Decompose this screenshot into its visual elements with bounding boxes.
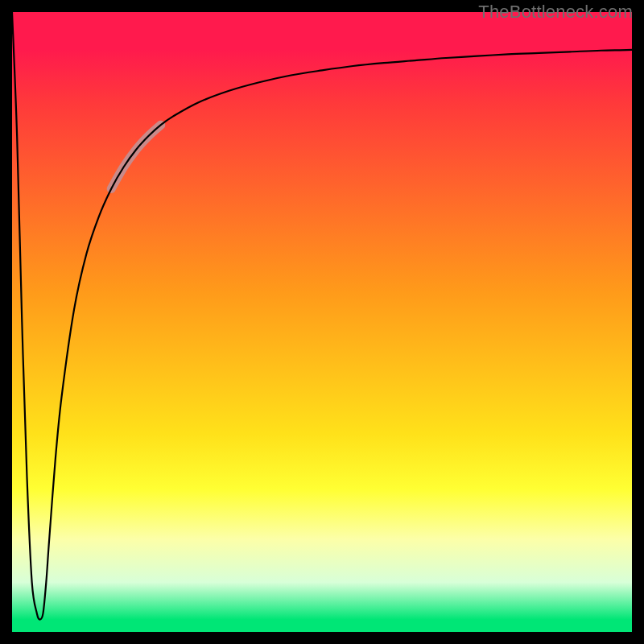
chart-frame: TheBottleneck.com <box>0 0 644 644</box>
curve-highlight <box>111 125 161 188</box>
bottleneck-curve <box>12 12 632 620</box>
attribution-text: TheBottleneck.com <box>478 2 633 23</box>
plot-area <box>12 12 632 632</box>
curve-layer <box>12 12 632 632</box>
